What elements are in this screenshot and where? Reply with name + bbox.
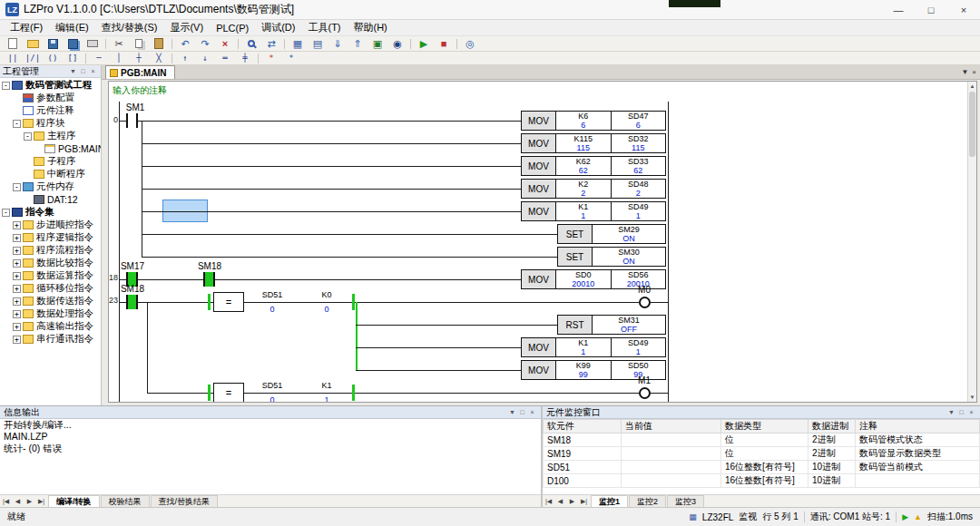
cell-radix[interactable]: 10进制 <box>808 461 856 474</box>
compare-instruction[interactable]: = <box>213 292 244 312</box>
tab-pgb-main[interactable]: PGB:MAIN <box>105 65 175 79</box>
expander-icon[interactable]: + <box>13 323 21 331</box>
cell-device[interactable]: SM19 <box>544 447 622 461</box>
cell-comment[interactable]: 数码管模式状态 <box>856 433 980 447</box>
scroll-up-icon[interactable]: ▲ <box>968 82 976 91</box>
tree-item-instruction-set[interactable]: - 指令集 <box>0 206 101 219</box>
ladder-view-icon[interactable]: ▦ <box>289 37 307 50</box>
tree-item-program-block[interactable]: - 程序块 <box>0 117 101 130</box>
redo-icon[interactable]: ↷ <box>196 37 214 50</box>
cell-comment[interactable]: 数码管显示数据类型 <box>856 447 980 461</box>
expander-icon[interactable]: - <box>2 82 10 90</box>
open-contact-icon[interactable]: || <box>4 52 22 64</box>
expander-icon[interactable]: + <box>13 297 21 306</box>
maximize-button[interactable]: □ <box>915 0 947 19</box>
h-line-icon[interactable]: ─ <box>90 52 108 64</box>
panel-float-icon[interactable]: □ <box>517 409 527 415</box>
editor-scrollbar[interactable]: ▲ ▼ <box>967 82 976 402</box>
nav-last-icon[interactable]: ▶| <box>578 498 590 505</box>
v-line-icon[interactable]: │ <box>110 52 128 64</box>
convert-icon[interactable]: * <box>262 52 280 64</box>
cut-icon[interactable]: ✂ <box>110 37 128 50</box>
tree-item-step-control[interactable]: + 步进顺控指令 <box>0 219 101 231</box>
panel-close-icon[interactable]: × <box>527 409 537 415</box>
contact-sm18[interactable] <box>203 272 215 287</box>
new-icon[interactable] <box>4 37 22 50</box>
tree-item-device-memory[interactable]: - 元件内存 <box>0 180 101 193</box>
cell-current-value[interactable] <box>622 474 721 488</box>
mov-instruction[interactable]: MOV K11 SD491 <box>521 337 666 357</box>
tree-item-sub-program[interactable]: 子程序 <box>0 155 101 168</box>
menu-view[interactable]: 显示(V) <box>163 20 210 35</box>
col-device[interactable]: 软元件 <box>544 420 622 433</box>
save-icon[interactable] <box>44 37 62 50</box>
expander-icon[interactable]: - <box>2 209 10 217</box>
monitor-icon[interactable]: ◉ <box>388 37 407 50</box>
expander-icon[interactable]: + <box>13 247 21 255</box>
comment-view-icon[interactable]: ▤ <box>309 37 327 50</box>
nav-first-icon[interactable]: |◀ <box>0 498 12 505</box>
tree-item-data-operation[interactable]: + 数据运算指令 <box>0 269 101 282</box>
find-icon[interactable] <box>242 37 260 50</box>
stop-icon[interactable]: ■ <box>435 37 453 50</box>
nav-last-icon[interactable]: ▶| <box>35 498 47 505</box>
nav-first-icon[interactable]: |◀ <box>543 498 554 505</box>
col-comment[interactable]: 注释 <box>856 420 980 433</box>
panel-float-icon[interactable]: □ <box>956 409 966 415</box>
tree-item-interrupt-program[interactable]: 中断程序 <box>0 168 101 180</box>
tab-list-dropdown-icon[interactable]: ▼ <box>961 68 968 76</box>
tab-compile-convert[interactable]: 编译/转换 <box>48 495 100 507</box>
tree-item-loop-shift[interactable]: + 循环移位指令 <box>0 282 101 295</box>
panel-close-icon[interactable]: × <box>88 68 98 74</box>
copy-icon[interactable] <box>130 37 148 50</box>
scrollbar-thumb[interactable] <box>969 92 975 157</box>
cell-radix[interactable]: 2进制 <box>808 433 856 447</box>
expander-icon[interactable]: + <box>13 221 21 229</box>
coil-m0[interactable] <box>639 297 651 308</box>
print-icon[interactable] <box>83 37 102 50</box>
ladder-canvas[interactable]: 输入你的注释 0 18 23 <box>108 81 977 403</box>
cell-data-type[interactable]: 16位整数[有符号] <box>721 474 808 488</box>
delete-icon[interactable]: × <box>216 37 234 50</box>
cell-data-type[interactable]: 位 <box>721 447 808 461</box>
replace-icon[interactable]: ⇄ <box>262 37 280 50</box>
col-data-type[interactable]: 数据类型 <box>721 420 808 433</box>
undo-icon[interactable]: ↶ <box>176 37 194 50</box>
tab-find-replace-result[interactable]: 查找/替换结果 <box>151 495 219 507</box>
col-current-value[interactable]: 当前值 <box>622 420 721 433</box>
compare-instruction[interactable]: = <box>213 383 244 403</box>
tree-item-pgb-main[interactable]: PGB:MAIN <box>0 142 101 155</box>
mov-instruction[interactable]: MOV K22 SD482 <box>521 179 666 199</box>
mov-instruction[interactable]: MOV K66 SD476 <box>521 111 666 131</box>
cell-comment[interactable]: 数码管当前模式 <box>856 461 980 474</box>
open-icon[interactable] <box>24 37 42 50</box>
set-instruction[interactable]: SET SM30ON <box>557 247 666 267</box>
nav-next-icon[interactable]: ▶ <box>566 498 578 505</box>
col-radix[interactable]: 数据进制 <box>808 420 856 433</box>
contact-sm18[interactable] <box>126 295 138 309</box>
cell-data-type[interactable]: 16位整数[有符号] <box>721 461 808 474</box>
tab-monitor-2[interactable]: 监控2 <box>629 495 666 507</box>
compile-icon[interactable]: ▣ <box>368 37 387 50</box>
coil-m1[interactable] <box>639 387 651 399</box>
tree-item-serial-comm[interactable]: + 串行通讯指令 <box>0 333 101 346</box>
output-coil-icon[interactable]: () <box>44 52 62 64</box>
help-about-icon[interactable]: ◎ <box>461 37 479 50</box>
closed-contact-icon[interactable]: |/| <box>24 52 42 64</box>
mov-instruction[interactable]: MOV K115115 SD32115 <box>521 133 666 153</box>
expander-icon[interactable]: - <box>24 132 32 141</box>
cell-current-value[interactable] <box>622 433 721 447</box>
expander-icon[interactable]: + <box>13 259 21 268</box>
cell-data-type[interactable]: 位 <box>721 433 808 447</box>
menu-plc[interactable]: PLC(P) <box>210 20 255 35</box>
nav-next-icon[interactable]: ▶ <box>24 498 35 505</box>
panel-float-icon[interactable]: □ <box>78 68 88 74</box>
expander-icon[interactable]: + <box>13 272 21 280</box>
cell-device[interactable]: SM18 <box>544 433 622 447</box>
mov-instruction[interactable]: MOV K11 SD491 <box>521 201 666 221</box>
cell-current-value[interactable] <box>622 447 721 461</box>
run-icon[interactable]: ▶ <box>415 37 433 50</box>
app-instruction-icon[interactable]: [] <box>64 52 82 64</box>
tree-item-program-logic[interactable]: + 程序逻辑指令 <box>0 231 101 244</box>
minimize-button[interactable]: — <box>882 0 915 19</box>
